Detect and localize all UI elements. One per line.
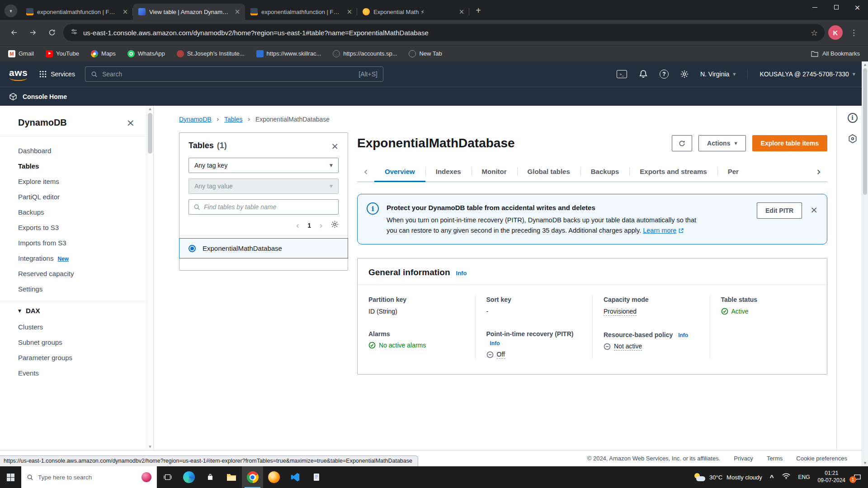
tab-monitor[interactable]: Monitor (472, 161, 517, 182)
sidenav-close-icon[interactable]: × (127, 118, 135, 128)
edit-pitr-button[interactable]: Edit PITR (757, 202, 802, 219)
tag-key-select[interactable]: Any tag key ▼ (189, 158, 339, 173)
sidebar-item-events[interactable]: Events (0, 365, 146, 380)
refresh-table-button[interactable] (672, 135, 692, 151)
browser-tab-3[interactable]: exponentialmathfunction | Func × (245, 4, 357, 20)
sidebar-item-explore-items[interactable]: Explore items (0, 174, 146, 189)
forward-button[interactable] (25, 25, 41, 40)
learn-more-link[interactable]: Learn more (643, 225, 684, 236)
vscode-taskbar-icon[interactable] (284, 466, 306, 488)
radio-selected-icon[interactable] (189, 245, 196, 252)
edge-taskbar-icon[interactable] (178, 466, 199, 488)
aws-search-input[interactable] (102, 70, 354, 78)
scroll-up-arrow[interactable]: ▲ (862, 63, 868, 66)
browser-tab-4[interactable]: Exponential Math ⚡ × (357, 4, 469, 20)
action-center-icon[interactable]: 1 (853, 473, 862, 482)
sidebar-item-backups[interactable]: Backups (0, 204, 146, 220)
cloudshell-icon[interactable] (617, 70, 627, 78)
find-tables-search[interactable] (189, 199, 339, 215)
sidebar-item-settings[interactable]: Settings (0, 281, 146, 296)
aws-search-bar[interactable]: [Alt+S] (85, 66, 383, 82)
actions-button[interactable]: Actions ▼ (698, 135, 746, 151)
page-number[interactable]: 1 (307, 222, 311, 229)
list-settings-gear-icon[interactable] (331, 221, 339, 230)
browser-menu-icon[interactable]: ⋮ (846, 28, 862, 37)
refresh-button[interactable] (44, 25, 60, 40)
explore-table-items-button[interactable]: Explore table items (752, 135, 827, 151)
window-close-button[interactable]: × (847, 0, 868, 14)
services-menu-button[interactable]: Services (39, 70, 75, 78)
scrollbar-thumb[interactable] (148, 113, 152, 154)
address-bar[interactable]: us-east-1.console.aws.amazon.com/dynamod… (63, 24, 825, 41)
url-text[interactable]: us-east-1.console.aws.amazon.com/dynamod… (83, 29, 802, 37)
tab-search-button[interactable]: ▾ (5, 5, 17, 17)
settings-gear-icon[interactable] (680, 70, 689, 78)
file-explorer-taskbar-icon[interactable] (221, 466, 242, 488)
bookmark-youtube[interactable]: YouTube (46, 50, 79, 57)
dax-section-toggle[interactable]: ▼ DAX (0, 301, 146, 318)
sidebar-item-parameter-groups[interactable]: Parameter groups (0, 350, 146, 365)
table-name[interactable]: ExponentialMathDatabase (203, 244, 282, 252)
breadcrumb-tables[interactable]: Tables (224, 116, 242, 123)
console-home-bar[interactable]: Console Home (0, 87, 868, 106)
aws-logo[interactable]: aws (8, 67, 29, 81)
bookmark-accounts[interactable]: https://accounts.sp... (333, 50, 397, 57)
previous-page-icon[interactable]: ‹ (296, 221, 299, 230)
region-selector[interactable]: N. Virginia▼ (700, 70, 736, 78)
general-information-info-link[interactable]: Info (456, 270, 467, 277)
breadcrumb-dynamodb[interactable]: DynamoDB (179, 116, 212, 123)
account-menu[interactable]: KOUSALYA @ 2745-5708-7330▼ (760, 70, 855, 78)
tab-indexes[interactable]: Indexes (425, 161, 472, 182)
amazon-q-icon[interactable] (848, 134, 858, 145)
microsoft-store-taskbar-icon[interactable] (199, 466, 221, 488)
scroll-up-arrow[interactable]: ▲ (147, 107, 153, 111)
tab-close-icon[interactable]: × (345, 8, 354, 16)
all-bookmarks-button[interactable]: All Bookmarks (811, 50, 860, 57)
back-button[interactable] (6, 25, 22, 40)
next-page-icon[interactable]: › (319, 221, 323, 230)
scroll-down-arrow[interactable]: ▼ (862, 461, 868, 465)
task-view-button[interactable] (157, 466, 178, 488)
tables-panel-close-icon[interactable]: × (331, 141, 339, 150)
table-row-selected[interactable]: ExponentialMathDatabase (179, 238, 348, 258)
bookmark-star-icon[interactable]: ☆ (807, 26, 821, 39)
sidebar-item-reserved-capacity[interactable]: Reserved capacity (0, 266, 146, 281)
tab-backups[interactable]: Backups (580, 161, 630, 182)
scroll-down-arrow[interactable]: ▼ (147, 445, 153, 449)
banner-close-icon[interactable]: × (810, 205, 818, 214)
hidden-icons-chevron[interactable]: ^ (770, 474, 774, 481)
info-panel-icon[interactable]: i (848, 113, 858, 123)
tab-exports-and-streams[interactable]: Exports and streams (629, 161, 717, 182)
chrome-taskbar-icon[interactable] (242, 466, 263, 488)
tabs-scroll-right-icon[interactable]: › (810, 161, 827, 182)
notifications-bell-icon[interactable] (639, 70, 648, 79)
help-icon[interactable] (660, 70, 669, 79)
find-tables-input[interactable] (204, 203, 334, 211)
terms-link[interactable]: Terms (767, 455, 783, 462)
capacity-mode-popover[interactable]: Provisioned (604, 308, 637, 316)
weather-widget[interactable]: 30°C Mostly cloudy (693, 473, 762, 482)
scrollbar-thumb[interactable] (863, 68, 867, 195)
new-tab-button[interactable]: + (472, 4, 485, 17)
start-button[interactable] (0, 466, 21, 488)
profile-avatar[interactable]: K (828, 25, 843, 40)
language-indicator[interactable]: ENG (798, 474, 810, 480)
firefox-taskbar-icon[interactable] (263, 466, 284, 488)
window-maximize-button[interactable] (826, 0, 847, 14)
privacy-link[interactable]: Privacy (734, 455, 753, 462)
tab-overview[interactable]: Overview (374, 161, 425, 182)
tab-permissions-clipped[interactable]: Per (717, 161, 744, 182)
tab-close-icon[interactable]: × (233, 8, 241, 16)
sidebar-item-integrations[interactable]: IntegrationsNew (0, 250, 146, 266)
page-scrollbar[interactable]: ▲ ▼ (862, 61, 868, 466)
site-settings-icon[interactable] (71, 28, 78, 37)
sidenav-scrollbar[interactable]: ▲ ▼ (146, 106, 153, 450)
sidebar-item-subnet-groups[interactable]: Subnet groups (0, 334, 146, 350)
resource-policy-info-link[interactable]: Info (678, 332, 688, 338)
sidebar-item-partiql-editor[interactable]: PartiQL editor (0, 189, 146, 204)
cookie-preferences-link[interactable]: Cookie preferences (796, 455, 847, 462)
pitr-status-popover[interactable]: Off (497, 351, 505, 359)
bookmark-skillrack[interactable]: https://www.skillrac... (256, 50, 321, 57)
tabs-scroll-left-icon[interactable]: ‹ (357, 161, 374, 182)
tab-global-tables[interactable]: Global tables (517, 161, 580, 182)
